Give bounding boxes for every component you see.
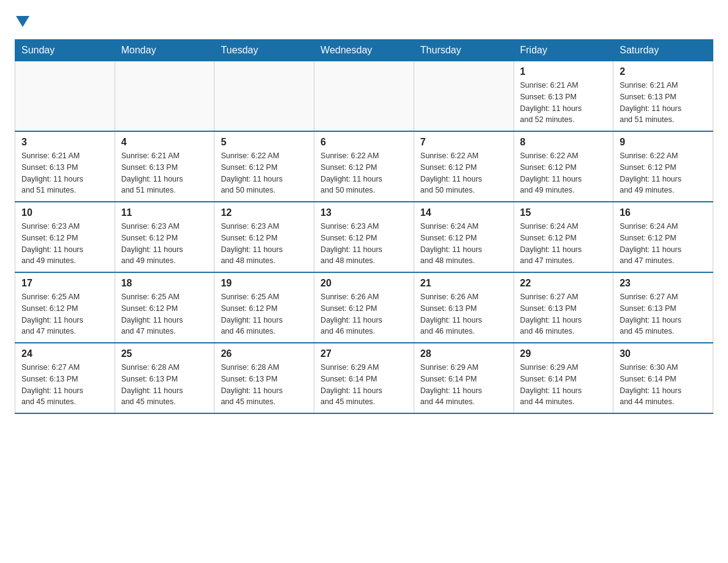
day-info: Sunrise: 6:23 AMSunset: 6:12 PMDaylight:…: [21, 221, 108, 267]
weekday-header: Thursday: [414, 40, 514, 61]
calendar-cell: 29Sunrise: 6:29 AMSunset: 6:14 PMDayligh…: [514, 343, 613, 413]
day-info: Sunrise: 6:23 AMSunset: 6:12 PMDaylight:…: [121, 221, 208, 267]
day-number: 5: [221, 137, 308, 148]
day-number: 7: [420, 137, 507, 148]
weekday-header: Monday: [115, 40, 214, 61]
day-number: 25: [121, 348, 208, 359]
calendar-cell: 3Sunrise: 6:21 AMSunset: 6:13 PMDaylight…: [15, 131, 115, 202]
calendar-cell: 19Sunrise: 6:25 AMSunset: 6:12 PMDayligh…: [214, 272, 314, 343]
calendar-cell: 11Sunrise: 6:23 AMSunset: 6:12 PMDayligh…: [115, 202, 214, 272]
day-number: 21: [420, 278, 507, 289]
day-info: Sunrise: 6:27 AMSunset: 6:13 PMDaylight:…: [21, 362, 108, 408]
calendar-cell: 25Sunrise: 6:28 AMSunset: 6:13 PMDayligh…: [115, 343, 214, 413]
calendar-week-row: 3Sunrise: 6:21 AMSunset: 6:13 PMDaylight…: [15, 131, 713, 202]
day-number: 15: [520, 207, 607, 218]
day-info: Sunrise: 6:29 AMSunset: 6:14 PMDaylight:…: [520, 362, 607, 408]
calendar-cell: [15, 61, 115, 132]
calendar-week-row: 10Sunrise: 6:23 AMSunset: 6:12 PMDayligh…: [15, 202, 713, 272]
calendar-cell: 6Sunrise: 6:22 AMSunset: 6:12 PMDaylight…: [314, 131, 414, 202]
weekday-header: Friday: [514, 40, 613, 61]
day-number: 16: [620, 207, 707, 218]
day-info: Sunrise: 6:26 AMSunset: 6:12 PMDaylight:…: [320, 291, 408, 337]
weekday-header: Wednesday: [314, 40, 414, 61]
day-info: Sunrise: 6:28 AMSunset: 6:13 PMDaylight:…: [221, 362, 308, 408]
day-info: Sunrise: 6:24 AMSunset: 6:12 PMDaylight:…: [620, 221, 707, 267]
day-info: Sunrise: 6:27 AMSunset: 6:13 PMDaylight:…: [620, 291, 707, 337]
calendar-cell: 12Sunrise: 6:23 AMSunset: 6:12 PMDayligh…: [214, 202, 314, 272]
calendar-cell: 23Sunrise: 6:27 AMSunset: 6:13 PMDayligh…: [613, 272, 713, 343]
calendar-cell: [115, 61, 214, 132]
calendar-cell: 13Sunrise: 6:23 AMSunset: 6:12 PMDayligh…: [314, 202, 414, 272]
day-number: 24: [21, 348, 108, 359]
day-info: Sunrise: 6:21 AMSunset: 6:13 PMDaylight:…: [121, 150, 208, 196]
weekday-header: Tuesday: [214, 40, 314, 61]
day-info: Sunrise: 6:22 AMSunset: 6:12 PMDaylight:…: [320, 150, 408, 196]
weekday-header: Saturday: [613, 40, 713, 61]
calendar-cell: 30Sunrise: 6:30 AMSunset: 6:14 PMDayligh…: [613, 343, 713, 413]
day-info: Sunrise: 6:29 AMSunset: 6:14 PMDaylight:…: [320, 362, 408, 408]
calendar-cell: 16Sunrise: 6:24 AMSunset: 6:12 PMDayligh…: [613, 202, 713, 272]
day-info: Sunrise: 6:25 AMSunset: 6:12 PMDaylight:…: [221, 291, 308, 337]
day-number: 4: [121, 137, 208, 148]
day-number: 14: [420, 207, 507, 218]
day-info: Sunrise: 6:30 AMSunset: 6:14 PMDaylight:…: [620, 362, 707, 408]
calendar-cell: 27Sunrise: 6:29 AMSunset: 6:14 PMDayligh…: [314, 343, 414, 413]
calendar-cell: [314, 61, 414, 132]
day-number: 9: [620, 137, 707, 148]
day-info: Sunrise: 6:25 AMSunset: 6:12 PMDaylight:…: [21, 291, 108, 337]
logo-triangle-icon: [16, 16, 29, 29]
day-number: 26: [221, 348, 308, 359]
day-number: 18: [121, 278, 208, 289]
calendar-cell: 1Sunrise: 6:21 AMSunset: 6:13 PMDaylight…: [514, 61, 613, 132]
day-number: 28: [420, 348, 507, 359]
day-number: 17: [21, 278, 108, 289]
day-number: 20: [320, 278, 408, 289]
calendar-cell: 2Sunrise: 6:21 AMSunset: 6:13 PMDaylight…: [613, 61, 713, 132]
day-number: 27: [320, 348, 408, 359]
calendar-cell: 7Sunrise: 6:22 AMSunset: 6:12 PMDaylight…: [414, 131, 514, 202]
day-number: 11: [121, 207, 208, 218]
day-info: Sunrise: 6:27 AMSunset: 6:13 PMDaylight:…: [520, 291, 607, 337]
day-info: Sunrise: 6:21 AMSunset: 6:13 PMDaylight:…: [620, 80, 707, 126]
calendar-cell: 8Sunrise: 6:22 AMSunset: 6:12 PMDaylight…: [514, 131, 613, 202]
calendar-cell: 5Sunrise: 6:22 AMSunset: 6:12 PMDaylight…: [214, 131, 314, 202]
day-number: 2: [620, 66, 707, 77]
day-info: Sunrise: 6:24 AMSunset: 6:12 PMDaylight:…: [420, 221, 507, 267]
logo-area: [15, 15, 29, 29]
calendar-cell: 20Sunrise: 6:26 AMSunset: 6:12 PMDayligh…: [314, 272, 414, 343]
calendar-cell: 15Sunrise: 6:24 AMSunset: 6:12 PMDayligh…: [514, 202, 613, 272]
weekday-header: Sunday: [15, 40, 115, 61]
calendar-cell: 24Sunrise: 6:27 AMSunset: 6:13 PMDayligh…: [15, 343, 115, 413]
calendar-week-row: 24Sunrise: 6:27 AMSunset: 6:13 PMDayligh…: [15, 343, 713, 413]
day-number: 10: [21, 207, 108, 218]
day-info: Sunrise: 6:23 AMSunset: 6:12 PMDaylight:…: [221, 221, 308, 267]
day-number: 22: [520, 278, 607, 289]
day-info: Sunrise: 6:29 AMSunset: 6:14 PMDaylight:…: [420, 362, 507, 408]
day-info: Sunrise: 6:22 AMSunset: 6:12 PMDaylight:…: [520, 150, 607, 196]
calendar-cell: 26Sunrise: 6:28 AMSunset: 6:13 PMDayligh…: [214, 343, 314, 413]
calendar-cell: 4Sunrise: 6:21 AMSunset: 6:13 PMDaylight…: [115, 131, 214, 202]
day-info: Sunrise: 6:21 AMSunset: 6:13 PMDaylight:…: [520, 80, 607, 126]
day-info: Sunrise: 6:22 AMSunset: 6:12 PMDaylight:…: [620, 150, 707, 196]
logo: [15, 15, 29, 29]
calendar-cell: 14Sunrise: 6:24 AMSunset: 6:12 PMDayligh…: [414, 202, 514, 272]
day-number: 1: [520, 66, 607, 77]
calendar-cell: 17Sunrise: 6:25 AMSunset: 6:12 PMDayligh…: [15, 272, 115, 343]
day-info: Sunrise: 6:22 AMSunset: 6:12 PMDaylight:…: [420, 150, 507, 196]
day-info: Sunrise: 6:21 AMSunset: 6:13 PMDaylight:…: [21, 150, 108, 196]
calendar-cell: 28Sunrise: 6:29 AMSunset: 6:14 PMDayligh…: [414, 343, 514, 413]
day-number: 23: [620, 278, 707, 289]
day-number: 12: [221, 207, 308, 218]
day-info: Sunrise: 6:24 AMSunset: 6:12 PMDaylight:…: [520, 221, 607, 267]
calendar-cell: [214, 61, 314, 132]
calendar-cell: 22Sunrise: 6:27 AMSunset: 6:13 PMDayligh…: [514, 272, 613, 343]
day-number: 19: [221, 278, 308, 289]
day-info: Sunrise: 6:28 AMSunset: 6:13 PMDaylight:…: [121, 362, 208, 408]
calendar-cell: 21Sunrise: 6:26 AMSunset: 6:13 PMDayligh…: [414, 272, 514, 343]
calendar-cell: 10Sunrise: 6:23 AMSunset: 6:12 PMDayligh…: [15, 202, 115, 272]
svg-marker-0: [16, 16, 29, 27]
day-number: 3: [21, 137, 108, 148]
calendar-week-row: 17Sunrise: 6:25 AMSunset: 6:12 PMDayligh…: [15, 272, 713, 343]
day-info: Sunrise: 6:26 AMSunset: 6:13 PMDaylight:…: [420, 291, 507, 337]
calendar-table: SundayMondayTuesdayWednesdayThursdayFrid…: [15, 39, 713, 414]
